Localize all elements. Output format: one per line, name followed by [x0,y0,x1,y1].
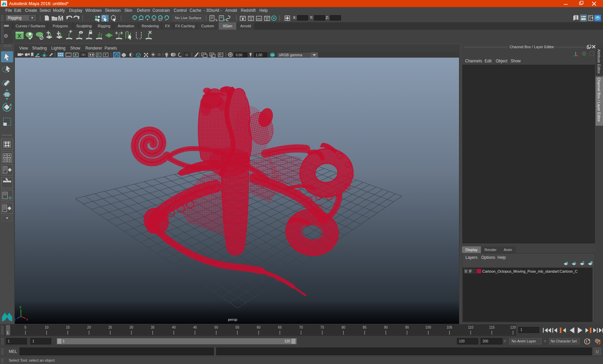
svg-text:75: 75 [320,326,324,329]
svg-text:115: 115 [489,326,494,329]
svg-text:z: z [15,317,16,321]
svg-text:y: y [20,305,21,309]
svg-text:35: 35 [151,326,155,329]
svg-text:20: 20 [87,326,91,329]
svg-text:10: 10 [45,326,49,329]
svg-text:45: 45 [193,326,197,329]
svg-text:x: x [26,317,28,321]
svg-text:ON: ON [271,54,275,56]
svg-text:40: 40 [172,326,176,329]
svg-text:85: 85 [363,326,367,329]
svg-text:105: 105 [447,326,452,329]
svg-text:T: T [105,53,107,57]
svg-text:25: 25 [108,326,112,329]
svg-text:X: X [18,33,21,39]
svg-text:0.00: 0.00 [236,53,242,57]
svg-text:55: 55 [235,326,239,329]
svg-text:120: 120 [510,326,516,329]
svg-text:50: 50 [214,326,219,329]
svg-text:15: 15 [66,326,70,329]
svg-text:IPR: IPR [257,18,261,20]
svg-text:1.00: 1.00 [256,53,262,57]
svg-text:100: 100 [425,326,431,329]
svg-text:80: 80 [342,326,346,329]
svg-text:30: 30 [130,326,134,329]
svg-text:70: 70 [299,326,303,329]
svg-text:90: 90 [384,326,388,329]
svg-text:sRGB gamma: sRGB gamma [279,53,303,57]
svg-text:95: 95 [405,326,409,329]
svg-text:persp: persp [228,317,237,322]
svg-text:65: 65 [278,326,282,329]
svg-text:60: 60 [257,326,261,329]
svg-text:110: 110 [468,326,473,329]
svg-text:5: 5 [25,326,27,329]
